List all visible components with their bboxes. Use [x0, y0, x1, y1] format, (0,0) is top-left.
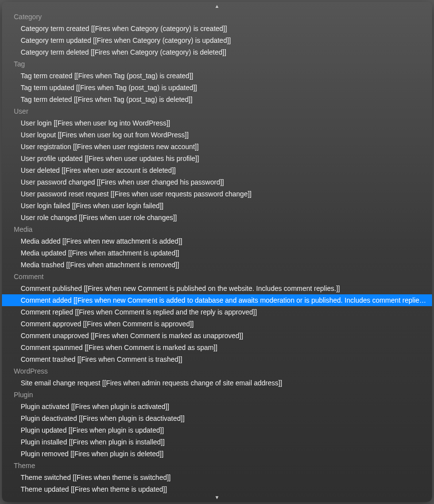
option-media-added[interactable]: Media added [[Fires when new attachment … [2, 235, 432, 247]
option-comment-spammed[interactable]: Comment spammed [[Fires when Comment is … [2, 342, 432, 353]
option-tag-deleted[interactable]: Tag term deleted [[Fires when Tag (post_… [2, 94, 432, 105]
group-header-plugin: Plugin [2, 389, 432, 401]
option-user-profile-updated[interactable]: User profile updated [[Fires when user u… [2, 153, 432, 164]
group-header-user: User [2, 105, 432, 117]
option-plugin-activated[interactable]: Plugin activated [[Fires when plugin is … [2, 401, 432, 412]
option-category-updated[interactable]: Category term updated [[Fires when Categ… [2, 34, 432, 46]
option-user-logout[interactable]: User logout [[Fires when user log out fr… [2, 129, 432, 141]
option-comment-replied[interactable]: Comment replied [[Fires when Comment is … [2, 306, 432, 318]
option-user-deleted[interactable]: User deleted [[Fires when user account i… [2, 164, 432, 176]
option-comment-unapproved[interactable]: Comment unapproved [[Fires when Comment … [2, 330, 432, 342]
group-header-theme: Theme [2, 460, 432, 472]
group-header-wordpress: WordPress [2, 365, 432, 377]
group-header-media: Media [2, 223, 432, 235]
option-category-created[interactable]: Category term created [[Fires when Categ… [2, 23, 432, 34]
dropdown-panel[interactable]: ▲ CategoryCategory term created [[Fires … [2, 2, 432, 502]
option-user-registration[interactable]: User registration [[Fires when user regi… [2, 141, 432, 153]
option-comment-approved[interactable]: Comment approved [[Fires when Comment is… [2, 318, 432, 330]
group-header-category: Category [2, 11, 432, 23]
option-tag-updated[interactable]: Tag term updated [[Fires when Tag (post_… [2, 82, 432, 94]
option-user-login[interactable]: User login [[Fires when user log into Wo… [2, 117, 432, 129]
option-site-email-change-request[interactable]: Site email change request [[Fires when a… [2, 377, 432, 389]
option-comment-published[interactable]: Comment published [[Fires when new Comme… [2, 283, 432, 294]
scroll-up-chevron-icon[interactable]: ▲ [2, 3, 432, 10]
option-theme-updated[interactable]: Theme updated [[Fires when theme is upda… [2, 483, 432, 493]
option-media-updated[interactable]: Media updated [[Fires when attachment is… [2, 247, 432, 259]
option-category-deleted[interactable]: Category term deleted [[Fires when Categ… [2, 46, 432, 58]
option-user-login-failed[interactable]: User login failed [[Fires when user logi… [2, 200, 432, 212]
option-list: CategoryCategory term created [[Fires wh… [2, 11, 432, 493]
option-user-password-changed[interactable]: User password changed [[Fires when user … [2, 176, 432, 188]
option-media-trashed[interactable]: Media trashed [[Fires when attachment is… [2, 259, 432, 271]
option-plugin-removed[interactable]: Plugin removed [[Fires when plugin is de… [2, 448, 432, 460]
group-header-comment: Comment [2, 271, 432, 283]
option-comment-added[interactable]: Comment added [[Fires when new Comment i… [2, 294, 432, 306]
option-user-password-reset-request[interactable]: User password reset request [[Fires when… [2, 188, 432, 200]
option-plugin-deactivated[interactable]: Plugin deactivated [[Fires when plugin i… [2, 412, 432, 424]
option-plugin-installed[interactable]: Plugin installed [[Fires when plugin is … [2, 436, 432, 448]
option-tag-created[interactable]: Tag term created [[Fires when Tag (post_… [2, 70, 432, 82]
group-header-tag: Tag [2, 58, 432, 70]
option-theme-switched[interactable]: Theme switched [[Fires when theme is swi… [2, 472, 432, 483]
scroll-down-chevron-icon[interactable]: ▼ [2, 494, 432, 501]
option-comment-trashed[interactable]: Comment trashed [[Fires when Comment is … [2, 353, 432, 365]
option-plugin-updated[interactable]: Plugin updated [[Fires when plugin is up… [2, 424, 432, 436]
option-user-role-changed[interactable]: User role changed [[Fires when user role… [2, 212, 432, 223]
